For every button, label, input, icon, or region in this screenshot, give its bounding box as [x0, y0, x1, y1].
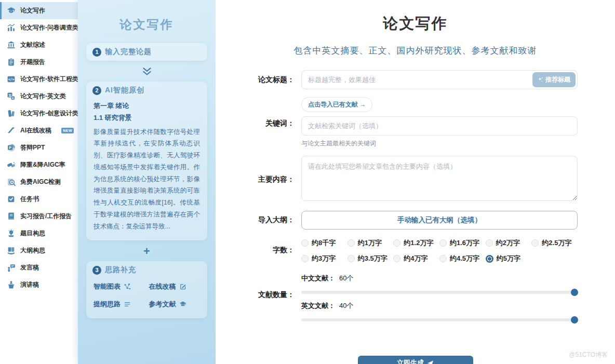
sidebar-item[interactable]: 开题报告	[0, 53, 78, 71]
sidebar-item-label: 答辩PPT	[20, 143, 45, 152]
sidebar-item[interactable]: 论文写作-问卷调查类	[0, 19, 78, 36]
sidebar-item-label: 免费AIGC检测	[20, 178, 61, 186]
radio-icon	[301, 255, 309, 262]
wordcount-option[interactable]: 约2万字	[486, 238, 532, 248]
chinese-refs-value: 60个	[339, 274, 353, 282]
edit-icon	[179, 283, 186, 290]
wordcount-option[interactable]: 约4万字	[393, 254, 439, 263]
step-card-2: 2 AI智能原创 第一章 绪论 1.1 研究背景 影像质量提升技术伴随数字信号处…	[86, 82, 207, 240]
svg-text:A: A	[12, 97, 14, 100]
sidebar-item-label: 开题报告	[20, 58, 45, 66]
keywords-label: 关键词：	[216, 97, 295, 128]
radio-icon	[531, 239, 539, 247]
step-2-label: AI智能原创	[105, 86, 144, 95]
wordcount-option[interactable]: 约1.6万字	[439, 238, 486, 248]
radio-icon	[439, 255, 447, 262]
sidebar-item-label: 论文写作-问卷调查类	[20, 23, 78, 32]
report-icon	[7, 212, 16, 221]
step-2-number-badge: 2	[92, 86, 101, 95]
sidebar-item[interactable]: 论文写作	[0, 2, 78, 19]
graduation-cap-icon	[179, 301, 186, 308]
wordcount-option-label: 约3万字	[312, 254, 336, 263]
radio-icon	[347, 255, 355, 262]
paper-form: 论文标题： 推荐标题 关键词： 点击导入已有文献 → 与论	[216, 70, 578, 329]
keywords-input[interactable]	[301, 116, 578, 136]
sidebar-item-label: 发言稿	[20, 263, 39, 272]
step3-link[interactable]: 智能图表	[93, 282, 145, 291]
wordcount-row: 字数： 约8千字约1万字约1.2万字约1.6万字约2万字约2.5万字约3万字约3…	[216, 237, 578, 263]
sidebar-item[interactable]: 演讲稿	[0, 276, 78, 293]
sidebar-item[interactable]: 实习报告/工作报告	[0, 208, 78, 225]
chevron-double-down-icon	[86, 67, 207, 76]
chinese-refs-slider[interactable]	[301, 291, 578, 294]
sidebar-item[interactable]: 文A论文写作-英文类	[0, 88, 78, 105]
wordcount-options: 约8千字约1万字约1.2万字约1.6万字约2万字约2.5万字约3万字约3.5万字…	[301, 237, 578, 263]
sidebar-item-label: 演讲稿	[20, 280, 39, 289]
keywords-row: 关键词： 点击导入已有文献 → 与论文主题最相关的关键词	[216, 97, 578, 148]
recommend-title-button[interactable]: 推荐标题	[532, 72, 576, 87]
sidebar: 论文写作论文写作-问卷调查类文献综述开题报告</>论文写作-软件工程类文A论文写…	[0, 0, 78, 364]
radio-icon	[301, 239, 309, 247]
preview-body: 影像质量提升技术伴随数字信号处理革新持续迭代，在安防体系动态识别、医疗影像精准诊…	[93, 126, 200, 233]
bank-icon	[7, 41, 16, 49]
translate-icon: 文A	[7, 92, 16, 101]
speech-icon	[7, 263, 16, 272]
sidebar-item[interactable]: 题目构思	[0, 225, 78, 242]
pill-icon	[7, 160, 16, 169]
title-row: 论文标题： 推荐标题	[216, 70, 578, 89]
sidebar-item-label: 文献综述	[20, 41, 45, 49]
svg-text:</>: </>	[8, 77, 15, 82]
content-row: 主要内容：	[216, 156, 578, 203]
english-refs-value: 40个	[339, 302, 353, 309]
wordcount-option[interactable]: 约3万字	[301, 254, 347, 263]
wordcount-option[interactable]: 约1万字	[347, 238, 394, 248]
wordcount-option-label: 约1.6万字	[450, 238, 479, 248]
step3-link[interactable]: 参考文献	[149, 300, 200, 309]
sidebar-item-label: 题目构思	[20, 229, 45, 238]
content-label: 主要内容：	[216, 175, 295, 184]
sidebar-item-label: 实习报告/工作报告	[20, 212, 72, 221]
sidebar-item[interactable]: 任务书	[0, 191, 78, 208]
outline-label: 导入大纲：	[216, 211, 295, 225]
outline-row: 导入大纲： 手动输入已有大纲（选填）	[216, 211, 578, 230]
sidebar-item[interactable]: 文献综述	[0, 36, 78, 53]
chinese-refs-slider-thumb[interactable]	[571, 289, 578, 296]
step-2-header: 2 AI智能原创	[86, 82, 207, 99]
paper-preview: 第一章 绪论 1.1 研究背景 影像质量提升技术伴随数字信号处理革新持续迭代，在…	[86, 99, 207, 240]
english-refs-slider-thumb[interactable]	[571, 316, 578, 323]
paper-plane-icon	[427, 360, 434, 364]
sidebar-item[interactable]: 大纲构思	[0, 242, 78, 259]
sidebar-item[interactable]: </>论文写作-软件工程类	[0, 71, 78, 88]
import-references-button[interactable]: 点击导入已有文献 →	[301, 97, 372, 112]
step-3-header: 3 思路补充	[86, 261, 207, 279]
sidebar-item[interactable]: AI在线改稿NEW	[0, 122, 78, 139]
sidebar-item[interactable]: 论文写作-创意设计类	[0, 105, 78, 122]
wordcount-option[interactable]: 约3.5万字	[347, 254, 394, 263]
english-refs-label: 英文文献：	[301, 302, 335, 309]
sparkle-icon	[538, 77, 543, 83]
wordcount-option[interactable]: 约5万字	[486, 254, 532, 263]
stepper-panel: 论文写作 1 输入完整论题 2 AI智能原创 第一章 绪论 1.1 研究背景 影…	[78, 0, 216, 364]
wordcount-option-label: 约5万字	[497, 254, 520, 263]
sidebar-item-label: 降重&降AIGC率	[20, 160, 65, 169]
step-card-3: 3 思路补充 智能图表在线改稿提纲思路参考文献	[86, 261, 207, 318]
sidebar-item[interactable]: P答辩PPT	[0, 139, 78, 156]
wordcount-option[interactable]: 约1.2万字	[393, 238, 439, 248]
step3-link[interactable]: 提纲思路	[93, 300, 145, 309]
sidebar-item[interactable]: 免费AIGC检测	[0, 173, 78, 191]
wordcount-option[interactable]: 约8千字	[301, 238, 347, 248]
wordcount-option-label: 约1.2万字	[404, 238, 433, 248]
wordcount-option[interactable]: 约2.5万字	[531, 238, 578, 248]
content-textarea[interactable]	[301, 156, 578, 201]
english-refs-slider[interactable]	[301, 318, 578, 321]
step3-link-label: 提纲思路	[93, 300, 121, 309]
english-refs-line: 英文文献：40个	[301, 301, 578, 311]
wordcount-option[interactable]: 约4.5万字	[439, 254, 486, 263]
generate-button[interactable]: 立即生成	[358, 356, 473, 364]
sidebar-item-label: 论文写作-英文类	[20, 92, 66, 101]
sidebar-item[interactable]: 降重&降AIGC率	[0, 156, 78, 173]
step3-link[interactable]: 在线改稿	[149, 282, 200, 291]
manual-outline-button[interactable]: 手动输入已有大纲（选填）	[301, 211, 578, 230]
magnifier-icon	[7, 178, 16, 186]
sidebar-item[interactable]: 发言稿	[0, 259, 78, 276]
